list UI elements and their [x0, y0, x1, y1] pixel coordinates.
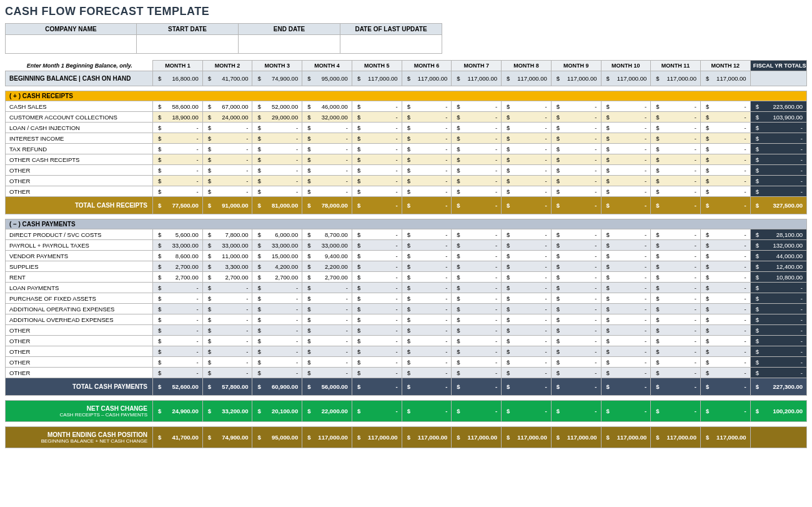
- receipt-cell[interactable]: $-: [551, 144, 601, 154]
- payment-cell[interactable]: $-: [700, 240, 750, 251]
- receipt-cell[interactable]: $-: [352, 154, 402, 165]
- receipt-cell[interactable]: $-: [402, 133, 452, 144]
- receipt-cell[interactable]: $-: [651, 186, 701, 197]
- payment-cell[interactable]: $-: [551, 304, 601, 314]
- payment-cell[interactable]: $-: [502, 368, 552, 378]
- receipt-cell[interactable]: $52,000.00: [252, 101, 302, 112]
- payment-cell[interactable]: $-: [651, 346, 701, 357]
- payment-cell[interactable]: $-: [202, 304, 252, 314]
- receipt-cell[interactable]: $-: [502, 165, 552, 176]
- payment-cell[interactable]: $-: [352, 304, 402, 314]
- payment-cell[interactable]: $-: [551, 368, 601, 378]
- payment-cell[interactable]: $2,200.00: [302, 261, 352, 272]
- payment-cell[interactable]: $-: [252, 304, 302, 314]
- payment-cell[interactable]: $-: [202, 293, 252, 304]
- receipt-cell[interactable]: $-: [502, 154, 552, 165]
- receipt-cell[interactable]: $-: [402, 186, 452, 197]
- payment-cell[interactable]: $-: [153, 314, 203, 325]
- receipt-cell[interactable]: $-: [202, 165, 252, 176]
- payment-cell[interactable]: $-: [402, 229, 452, 240]
- receipt-cell[interactable]: $-: [551, 186, 601, 197]
- receipt-cell[interactable]: $-: [153, 176, 203, 186]
- beginning-cell[interactable]: $117,000.00: [700, 71, 750, 86]
- payment-cell[interactable]: $2,700.00: [153, 261, 203, 272]
- payment-cell[interactable]: $-: [502, 293, 552, 304]
- payment-cell[interactable]: $-: [153, 368, 203, 378]
- payment-cell[interactable]: $11,000.00: [202, 251, 252, 261]
- payment-cell[interactable]: $-: [352, 325, 402, 336]
- receipt-cell[interactable]: $-: [252, 165, 302, 176]
- payment-cell[interactable]: $-: [402, 314, 452, 325]
- receipt-cell[interactable]: $-: [700, 123, 750, 133]
- payment-cell[interactable]: $-: [452, 325, 502, 336]
- receipt-cell[interactable]: $-: [252, 144, 302, 154]
- receipt-cell[interactable]: $-: [651, 112, 701, 123]
- payment-cell[interactable]: $-: [601, 346, 651, 357]
- payment-cell[interactable]: $-: [202, 283, 252, 293]
- payment-cell[interactable]: $-: [352, 283, 402, 293]
- payment-cell[interactable]: $-: [452, 240, 502, 251]
- payment-cell[interactable]: $-: [153, 357, 203, 368]
- payment-cell[interactable]: $-: [601, 272, 651, 283]
- payment-cell[interactable]: $-: [551, 325, 601, 336]
- payment-cell[interactable]: $-: [452, 314, 502, 325]
- receipt-cell[interactable]: $-: [153, 165, 203, 176]
- payment-cell[interactable]: $2,700.00: [252, 272, 302, 283]
- beginning-cell[interactable]: $41,700.00: [202, 71, 252, 86]
- receipt-cell[interactable]: $-: [302, 165, 352, 176]
- receipt-cell[interactable]: $-: [651, 165, 701, 176]
- receipt-cell[interactable]: $-: [202, 123, 252, 133]
- payment-cell[interactable]: $-: [352, 251, 402, 261]
- receipt-cell[interactable]: $46,000.00: [302, 101, 352, 112]
- payment-cell[interactable]: $-: [402, 368, 452, 378]
- payment-cell[interactable]: $-: [302, 283, 352, 293]
- payment-cell[interactable]: $-: [601, 283, 651, 293]
- receipt-cell[interactable]: $-: [601, 186, 651, 197]
- payment-cell[interactable]: $-: [502, 304, 552, 314]
- payment-cell[interactable]: $-: [302, 336, 352, 346]
- payment-cell[interactable]: $33,000.00: [202, 240, 252, 251]
- payment-cell[interactable]: $15,000.00: [252, 251, 302, 261]
- payment-cell[interactable]: $4,200.00: [252, 261, 302, 272]
- payment-cell[interactable]: $-: [502, 283, 552, 293]
- payment-cell[interactable]: $5,600.00: [153, 229, 203, 240]
- payment-cell[interactable]: $-: [601, 357, 651, 368]
- receipt-cell[interactable]: $-: [302, 133, 352, 144]
- receipt-cell[interactable]: $-: [601, 144, 651, 154]
- payment-cell[interactable]: $-: [452, 357, 502, 368]
- payment-cell[interactable]: $-: [352, 261, 402, 272]
- payment-cell[interactable]: $-: [153, 346, 203, 357]
- payment-cell[interactable]: $-: [601, 336, 651, 346]
- receipt-cell[interactable]: $-: [352, 176, 402, 186]
- receipt-cell[interactable]: $-: [601, 123, 651, 133]
- beginning-cell[interactable]: $117,000.00: [651, 71, 701, 86]
- receipt-cell[interactable]: $-: [700, 165, 750, 176]
- receipt-cell[interactable]: $-: [452, 176, 502, 186]
- payment-cell[interactable]: $-: [452, 304, 502, 314]
- payment-cell[interactable]: $-: [502, 325, 552, 336]
- payment-cell[interactable]: $-: [551, 336, 601, 346]
- payment-cell[interactable]: $-: [502, 240, 552, 251]
- payment-cell[interactable]: $7,800.00: [202, 229, 252, 240]
- receipt-cell[interactable]: $-: [402, 101, 452, 112]
- payment-cell[interactable]: $2,700.00: [153, 272, 203, 283]
- payment-cell[interactable]: $-: [252, 293, 302, 304]
- payment-cell[interactable]: $-: [302, 357, 352, 368]
- payment-cell[interactable]: $-: [352, 368, 402, 378]
- payment-cell[interactable]: $-: [601, 325, 651, 336]
- receipt-cell[interactable]: $-: [502, 101, 552, 112]
- receipt-cell[interactable]: $-: [452, 101, 502, 112]
- payment-cell[interactable]: $33,000.00: [252, 240, 302, 251]
- payment-cell[interactable]: $-: [252, 336, 302, 346]
- receipt-cell[interactable]: $24,000.00: [202, 112, 252, 123]
- payment-cell[interactable]: $-: [551, 293, 601, 304]
- payment-cell[interactable]: $-: [700, 314, 750, 325]
- payment-cell[interactable]: $-: [700, 357, 750, 368]
- receipt-cell[interactable]: $-: [651, 154, 701, 165]
- receipt-cell[interactable]: $-: [700, 133, 750, 144]
- receipt-cell[interactable]: $-: [700, 154, 750, 165]
- payment-cell[interactable]: $-: [601, 251, 651, 261]
- payment-cell[interactable]: $-: [302, 325, 352, 336]
- receipt-cell[interactable]: $-: [700, 112, 750, 123]
- receipt-cell[interactable]: $-: [402, 144, 452, 154]
